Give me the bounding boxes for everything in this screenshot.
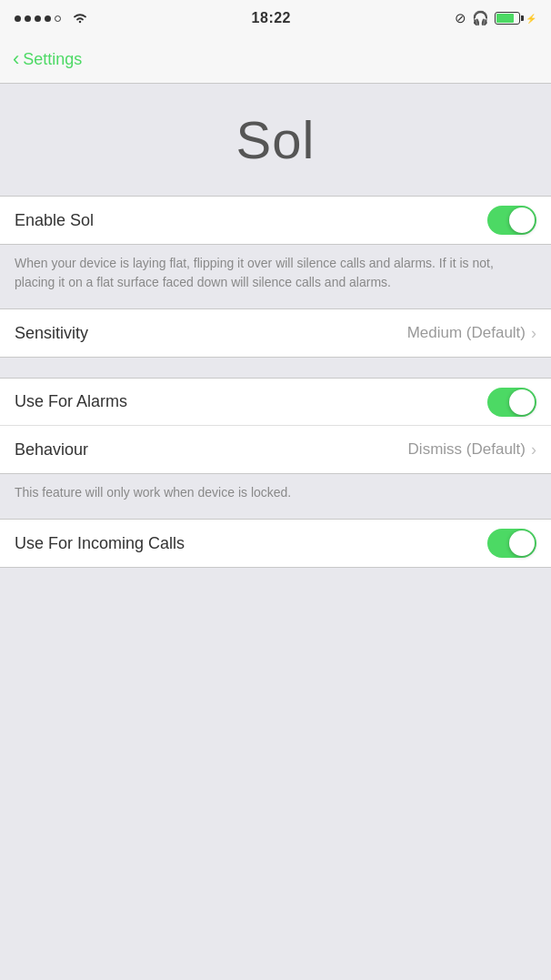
status-right: ⊘ 🎧 ⚡ [455,10,536,26]
use-for-alarms-toggle-knob [509,389,535,415]
signal-dot-4 [45,15,51,22]
behaviour-row[interactable]: Behaviour Dismiss (Default) › [0,426,551,473]
alarms-card: Use For Alarms Behaviour Dismiss (Defaul… [0,378,551,474]
enable-sol-label: Enable Sol [15,211,94,230]
use-for-alarms-toggle[interactable] [487,388,536,417]
behaviour-right: Dismiss (Default) › [408,440,536,460]
back-label: Settings [23,50,82,69]
sensitivity-label: Sensitivity [15,324,88,343]
use-for-incoming-calls-label: Use For Incoming Calls [15,534,185,553]
signal-dot-2 [25,15,31,22]
signal-dot-3 [35,15,41,22]
enable-sol-description: When your device is laying flat, flippin… [0,245,551,308]
behaviour-value: Dismiss (Default) [408,440,526,459]
sensitivity-group: Sensitivity Medium (Default) › [0,308,551,358]
use-for-incoming-calls-row: Use For Incoming Calls [0,520,551,567]
use-for-incoming-calls-toggle[interactable] [487,529,536,558]
enable-sol-group: Enable Sol When your device is laying fl… [0,196,551,308]
sensitivity-row[interactable]: Sensitivity Medium (Default) › [0,309,551,357]
use-for-incoming-calls-toggle-knob [509,530,535,556]
behaviour-description: This feature will only work when device … [0,474,551,519]
incoming-calls-group: Use For Incoming Calls [0,519,551,568]
sensitivity-chevron-icon: › [531,324,536,343]
app-title-section: Sol [0,84,551,196]
sensitivity-right: Medium (Default) › [407,324,536,343]
enable-sol-toggle[interactable] [487,206,536,235]
charge-icon: ⚡ [526,14,536,24]
spacer-1 [0,358,551,378]
question-icon: ⊘ [455,10,466,26]
signal-dot-1 [15,15,21,22]
nav-bar: ‹ Settings [0,36,551,84]
back-chevron-icon: ‹ [13,49,19,69]
sensitivity-value: Medium (Default) [407,324,526,342]
battery-icon [495,12,520,25]
enable-sol-toggle-knob [509,207,535,233]
wifi-icon [72,12,88,25]
sensitivity-card: Sensitivity Medium (Default) › [0,308,551,358]
enable-sol-card: Enable Sol [0,196,551,245]
app-title: Sol [0,109,551,170]
behaviour-chevron-icon: › [531,440,536,460]
battery-fill [496,14,514,23]
signal-dot-5 [55,15,61,22]
headphone-icon: 🎧 [472,10,489,26]
incoming-calls-card: Use For Incoming Calls [0,519,551,568]
status-bar: 18:22 ⊘ 🎧 ⚡ [0,0,551,36]
status-time: 18:22 [252,10,291,26]
use-for-alarms-label: Use For Alarms [15,392,127,411]
use-for-alarms-row: Use For Alarms [0,379,551,426]
status-left [15,12,88,25]
back-button[interactable]: ‹ Settings [13,50,82,69]
alarms-group: Use For Alarms Behaviour Dismiss (Defaul… [0,378,551,519]
behaviour-label: Behaviour [15,440,88,460]
enable-sol-row: Enable Sol [0,197,551,244]
